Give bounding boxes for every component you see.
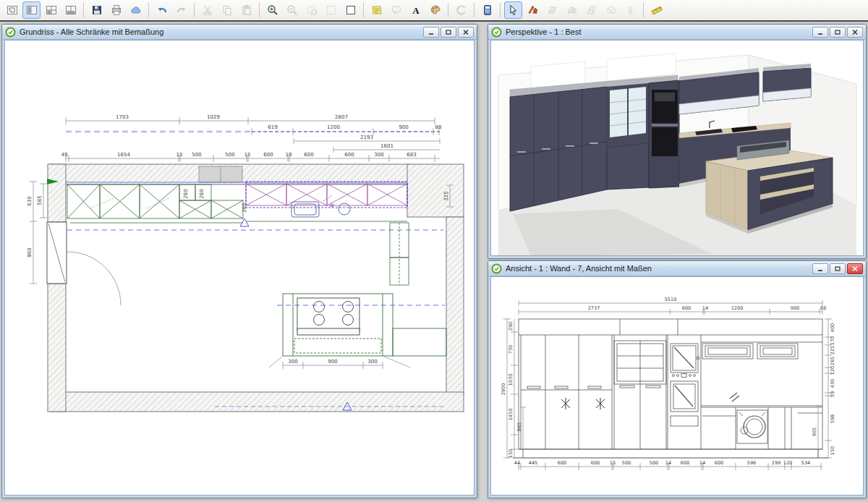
perspektive-window: Perspektive - 1 : Best	[488, 24, 867, 259]
ansicht-close-button[interactable]	[847, 263, 863, 274]
redo-button[interactable]	[172, 1, 190, 19]
dim-label: 500	[622, 460, 631, 466]
dim-label: 49	[61, 152, 68, 158]
oven-lower	[652, 127, 678, 156]
perspektive-minimize-button[interactable]	[812, 27, 828, 38]
zoom-out-button[interactable]	[283, 1, 301, 19]
grundriss-minimize-button[interactable]	[423, 27, 439, 38]
layout-split-icon	[26, 4, 38, 16]
dim-label: 2807	[335, 114, 348, 120]
layout-plan-icon	[7, 4, 18, 16]
cut-button[interactable]	[198, 1, 216, 19]
dim-label: 15	[244, 152, 251, 158]
dim-label: 630	[27, 196, 33, 205]
axis-triangle-marker	[240, 218, 249, 226]
ansicht-canvas[interactable]: 5510 2737 600 14 1200 900 88	[490, 276, 864, 495]
calculator-icon	[482, 4, 493, 16]
perspektive-canvas[interactable]	[490, 40, 864, 256]
ansicht-titlebar[interactable]: Ansicht - 1 : Wand - 7, Ansicht mit Maße…	[488, 261, 866, 276]
wall-cabinet-outline	[246, 182, 407, 208]
dim-label: 88	[820, 305, 826, 311]
rotate-icon	[456, 4, 467, 16]
restore-icon	[445, 29, 452, 35]
grundriss-window: Grundriss - Alle Schränke mit Bemaßung 1…	[1, 24, 477, 498]
perspektive-titlebar[interactable]: Perspektive - 1 : Best	[488, 25, 866, 40]
dim-label: 19	[286, 152, 292, 158]
zoom-page-button[interactable]	[322, 1, 340, 19]
dim-label: 44	[514, 460, 520, 466]
dim-label: 400	[830, 323, 835, 332]
comment-button[interactable]	[387, 1, 405, 19]
text-icon: A	[410, 4, 422, 16]
select-cursor-button[interactable]	[504, 1, 522, 19]
grundriss-restore-button[interactable]	[441, 27, 456, 38]
wall-view-button[interactable]	[543, 1, 561, 19]
dim-label: 600	[681, 460, 689, 466]
copy-icon	[221, 4, 233, 16]
layout-rows-icon	[65, 4, 77, 16]
grundriss-canvas[interactable]: 1703 1029 2807 619 1200 900 88 2193 1601…	[4, 40, 475, 495]
dim-label: 1030	[508, 374, 514, 386]
undo-icon	[156, 4, 168, 16]
app-window-icon	[491, 263, 502, 274]
dim-label: 500	[192, 152, 201, 158]
zoom-in-button[interactable]	[263, 1, 281, 19]
dim-label: 596	[747, 460, 756, 466]
room-view-button[interactable]	[602, 1, 620, 19]
dim-label: 865	[516, 422, 522, 431]
wall-section-button[interactable]	[621, 1, 639, 19]
wall-grid-button[interactable]	[582, 1, 600, 19]
palette-button[interactable]	[426, 1, 444, 19]
zoom-fit-icon	[345, 4, 357, 16]
dim-label: 600	[558, 460, 566, 466]
dim-label: 280	[199, 189, 205, 198]
copy-button[interactable]	[218, 1, 236, 19]
wall-edit-button[interactable]	[563, 1, 581, 19]
calculator-button[interactable]	[478, 1, 496, 19]
dim-label: 1450	[508, 409, 514, 421]
undo-button[interactable]	[153, 1, 171, 19]
minimize-icon	[817, 265, 824, 272]
layout-quad-button[interactable]	[42, 1, 60, 19]
close-icon	[851, 29, 859, 35]
layout-plan-button[interactable]	[3, 1, 21, 19]
palette-icon	[430, 4, 441, 16]
dim-label: 600	[591, 460, 600, 466]
ansicht-minimize-button[interactable]	[812, 263, 828, 274]
perspektive-close-button[interactable]	[847, 27, 863, 38]
dim-label: 500	[225, 152, 234, 158]
dim-label: 15	[610, 460, 616, 466]
perspektive-restore-button[interactable]	[830, 27, 846, 38]
cloud-icon	[130, 4, 142, 16]
walls-button[interactable]	[524, 1, 542, 19]
dim-label: 900	[399, 124, 408, 130]
layout-split-button[interactable]	[22, 1, 41, 19]
zoom-region-button[interactable]	[302, 1, 320, 19]
measure-button[interactable]	[647, 1, 665, 19]
note-button[interactable]	[367, 1, 386, 19]
dim-label: 430	[830, 379, 835, 388]
layout-rows-button[interactable]	[61, 1, 80, 19]
paste-button[interactable]	[237, 1, 255, 19]
dim-label: 619	[268, 124, 277, 130]
save-button[interactable]	[88, 1, 106, 19]
cloud-button[interactable]	[127, 1, 145, 19]
print-button[interactable]	[107, 1, 125, 19]
dim-label: 88	[435, 124, 442, 130]
scissors-icon	[202, 4, 213, 16]
zoom-fit-button[interactable]	[341, 1, 359, 19]
dim-label: 1654	[117, 152, 130, 158]
note-icon	[371, 4, 383, 16]
text-button[interactable]: A	[407, 1, 425, 19]
rotate-button[interactable]	[452, 1, 470, 19]
dim-label: 5510	[665, 297, 677, 302]
dim-label: 300	[288, 359, 297, 365]
ansicht-restore-button[interactable]	[830, 263, 846, 274]
main-toolbar: A	[0, 0, 868, 22]
grundriss-close-button[interactable]	[458, 27, 474, 38]
app-window-icon	[491, 27, 502, 38]
print-icon	[111, 4, 122, 16]
grundriss-title: Grundriss - Alle Schränke mit Bemaßung	[20, 27, 163, 36]
dim-label: 299	[772, 460, 780, 466]
grundriss-titlebar[interactable]: Grundriss - Alle Schränke mit Bemaßung	[2, 25, 477, 40]
